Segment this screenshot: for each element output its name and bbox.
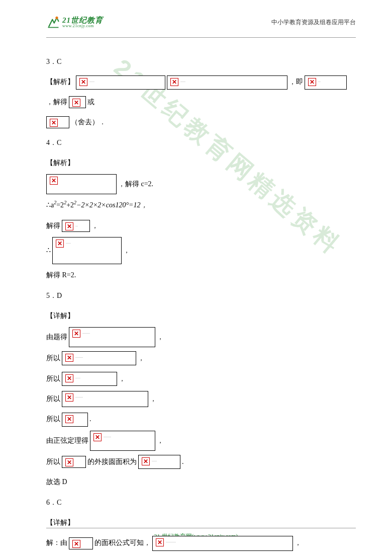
image-placeholder: ✕——— (62, 391, 148, 407)
text: ∴ (46, 242, 51, 260)
text: ，即 (289, 73, 303, 91)
text: 或 (87, 93, 94, 111)
image-placeholder: ✕——— (62, 351, 136, 365)
broken-image-icon: ✕ (65, 354, 73, 362)
text: 解得 (46, 217, 60, 235)
logo-icon (46, 15, 60, 29)
image-placeholder: ✕—— (138, 455, 180, 469)
broken-image-icon: ✕ (79, 78, 87, 86)
broken-image-icon: ✕ (65, 374, 73, 382)
logo: 21世纪教育 www.21cnjy.com (46, 15, 103, 29)
text: 的面积公式可知， (94, 534, 151, 552)
text: ， (157, 432, 164, 450)
text: ， (91, 217, 99, 235)
brand-url: www.21cnjy.com (62, 24, 103, 28)
image-placeholder: ✕— (62, 220, 90, 232)
broken-image-icon: ✕ (72, 540, 80, 548)
brand-text: 21世纪教育 (62, 17, 103, 24)
text: . (89, 410, 91, 428)
svg-point-0 (55, 17, 58, 19)
text: ，解得 c=2. (118, 175, 153, 193)
broken-image-icon: ✕ (56, 240, 64, 248)
broken-image-icon: ✕ (156, 538, 164, 546)
q4-number: 4．C (46, 134, 61, 152)
broken-image-icon: ✕ (308, 78, 316, 86)
text: ， (119, 370, 126, 388)
image-placeholder: ✕——— (90, 431, 155, 451)
broken-image-icon: ✕ (50, 119, 58, 127)
image-placeholder: ✕———— (152, 536, 293, 551)
q3-number: 3．C (46, 53, 61, 71)
image-placeholder: ✕—— (167, 75, 287, 90)
text: 解：由 (46, 534, 67, 552)
broken-image-icon: ✕ (72, 330, 80, 338)
detail-label: 【详解】 (46, 307, 74, 325)
analysis-label: 【解析】 (46, 73, 74, 91)
text: 解得 R=2. (46, 266, 76, 284)
analysis-label: 【解析】 (46, 154, 74, 172)
broken-image-icon: ✕ (65, 393, 73, 402)
text: ， (157, 328, 164, 346)
text: 故选 D (46, 473, 67, 491)
image-placeholder: ✕ (62, 413, 88, 427)
text: 由正弦定理得 (46, 432, 88, 450)
text: 所以 (46, 410, 60, 428)
q5-number: 5．D (46, 287, 62, 305)
broken-image-icon: ✕ (72, 99, 80, 107)
document-body: 3．C 【解析】 ✕—— ✕—— ，即 ✕— ，解得 ✕ 或 ✕ （舍去）． 4… (0, 38, 392, 552)
image-placeholder: ✕——— (69, 327, 155, 347)
broken-image-icon: ✕ (65, 458, 73, 466)
text: 所以 (46, 453, 60, 471)
image-placeholder: ✕— (305, 75, 347, 90)
broken-image-icon: ✕ (65, 415, 73, 423)
text: ， (123, 242, 130, 260)
text: ， (295, 534, 302, 552)
image-placeholder: ✕ (46, 116, 69, 128)
text: 所以 (46, 370, 60, 388)
text: . (182, 453, 184, 471)
broken-image-icon: ✕ (142, 457, 150, 465)
broken-image-icon: ✕ (170, 78, 178, 86)
text: （舍去）． (71, 113, 106, 131)
image-placeholder: ✕ (46, 174, 117, 194)
q6-number: 6．C (46, 494, 61, 512)
image-placeholder: ✕ (62, 456, 86, 468)
image-placeholder: ✕—— (52, 237, 122, 264)
text: 由题得 (46, 328, 67, 346)
broken-image-icon: ✕ (93, 433, 102, 441)
header-subtitle: 中小学教育资源及组卷应用平台 (271, 18, 356, 27)
image-placeholder: ✕—— (62, 372, 117, 386)
image-placeholder: ✕ (69, 96, 86, 108)
image-placeholder: ✕ (69, 537, 93, 549)
text: 的外接圆面积为 (87, 453, 137, 471)
broken-image-icon: ✕ (50, 177, 58, 185)
equation-text: ∴a2=22+22−2×2×2×cos120°=12， (46, 196, 148, 214)
text: ，解得 (46, 93, 67, 111)
text: ， (138, 349, 145, 367)
text: 所以 (46, 390, 60, 408)
broken-image-icon: ✕ (65, 222, 73, 230)
text: 所以 (46, 349, 60, 367)
detail-label: 【详解】 (46, 514, 74, 532)
image-placeholder: ✕—— (76, 75, 165, 90)
text: ， (150, 390, 157, 408)
